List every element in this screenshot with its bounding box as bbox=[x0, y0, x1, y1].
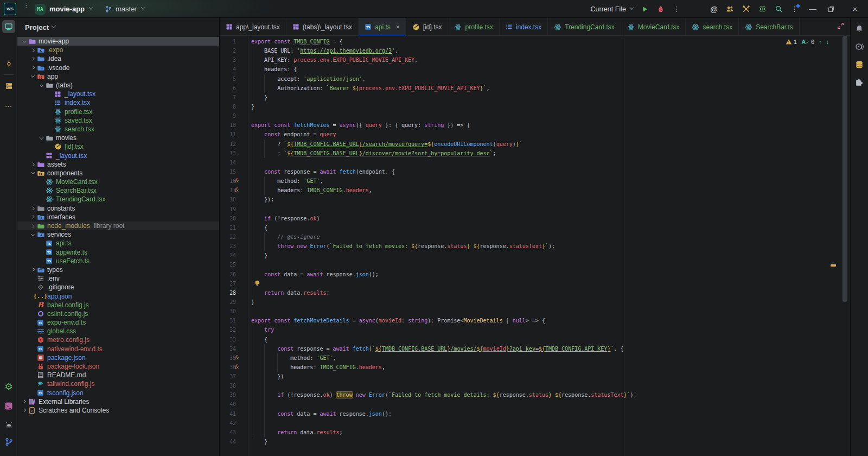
tree-closed-arrow-icon[interactable] bbox=[29, 216, 36, 218]
code-line-13[interactable]: : `${TMDB_CONFIG.BASE_URL}/discover/movi… bbox=[251, 149, 637, 158]
line-number[interactable]: 43 bbox=[220, 428, 236, 437]
tools-icon[interactable] bbox=[742, 5, 750, 13]
tree-item-app-json[interactable]: {..}app.json bbox=[17, 292, 220, 300]
line-number[interactable]: 10 bbox=[220, 121, 236, 130]
tree-item-assets[interactable]: assets bbox=[17, 160, 220, 169]
line-number[interactable]: 39 bbox=[220, 390, 236, 400]
structure-tool-icon[interactable] bbox=[2, 79, 15, 92]
tree-item-package-json[interactable]: package.json bbox=[17, 353, 220, 362]
tab-index-tsx[interactable]: index.tsx bbox=[500, 18, 548, 36]
line-number[interactable]: 19 bbox=[220, 205, 236, 214]
tree-item-services[interactable]: services bbox=[17, 230, 220, 239]
gutter-fx-icon[interactable]: fx bbox=[234, 186, 243, 195]
line-number[interactable]: 36 bbox=[220, 363, 236, 372]
tab--id-tsx[interactable]: [id].tsx bbox=[406, 18, 449, 36]
science-atom-icon[interactable] bbox=[758, 5, 767, 13]
tree-item-node-modules[interactable]: node_moduleslibrary root bbox=[17, 221, 220, 230]
tree-item-readme-md[interactable]: README.md bbox=[17, 371, 220, 379]
tree-item-searchbar-tsx[interactable]: SearchBar.tsx bbox=[17, 186, 220, 195]
project-tool-icon[interactable] bbox=[2, 20, 15, 33]
line-number[interactable]: 33 bbox=[220, 335, 236, 344]
tree-item-appwrite-ts[interactable]: TSappwrite.ts bbox=[17, 248, 220, 257]
line-number[interactable]: 25 bbox=[220, 260, 236, 269]
debug-button[interactable] bbox=[657, 5, 665, 13]
code-line-10[interactable]: export const fetchMovies = async({ query… bbox=[251, 121, 637, 130]
tree-item--vscode[interactable]: .vscode bbox=[17, 64, 220, 72]
tree-closed-arrow-icon[interactable] bbox=[29, 268, 36, 271]
tree-item-eslint-config-js[interactable]: eslint.config.js bbox=[17, 309, 220, 318]
tree-open-arrow-icon[interactable] bbox=[38, 85, 45, 86]
alerts-tool-icon[interactable] bbox=[2, 418, 15, 431]
line-number[interactable]: 42 bbox=[220, 419, 236, 428]
tree-closed-arrow-icon[interactable] bbox=[29, 207, 36, 210]
code-line-44[interactable]: } bbox=[251, 437, 637, 446]
tree-closed-arrow-icon[interactable] bbox=[29, 225, 36, 227]
search-everywhere-icon[interactable] bbox=[775, 5, 783, 13]
code-with-me-icon[interactable] bbox=[726, 5, 734, 13]
editor-scrollbar[interactable] bbox=[843, 36, 847, 302]
line-number[interactable]: 6 bbox=[220, 84, 236, 93]
code-line-35[interactable]: method: 'GET', bbox=[251, 353, 637, 363]
tree-item-tsconfig-json[interactable]: TStsconfig.json bbox=[17, 389, 220, 397]
line-number[interactable]: 31 bbox=[220, 316, 236, 325]
line-number[interactable]: 1 bbox=[220, 37, 236, 46]
line-number[interactable]: 41 bbox=[220, 409, 236, 419]
tree-item-nativewind-env-d-ts[interactable]: TSnativewind-env.d.ts bbox=[17, 345, 220, 353]
tree-item-interfaces[interactable]: TSinterfaces bbox=[17, 213, 220, 221]
ai-assistant-icon[interactable]: @ bbox=[710, 5, 718, 14]
code-line-4[interactable]: headers: { bbox=[251, 65, 637, 74]
code-line-11[interactable]: const endpoint = query bbox=[251, 130, 637, 139]
code-line-1[interactable]: export const TMDB_CONFIG = { bbox=[251, 37, 637, 46]
tree-item-moviecard-tsx[interactable]: MovieCard.tsx bbox=[17, 178, 220, 186]
code-line-28[interactable]: return data.results; bbox=[251, 288, 637, 297]
scrollbar-warning-mark[interactable] bbox=[831, 264, 836, 267]
line-number[interactable]: 15 bbox=[220, 167, 236, 176]
line-number[interactable]: 3 bbox=[220, 55, 236, 65]
line-number[interactable]: 28 bbox=[220, 288, 236, 297]
tree-item-types[interactable]: TStypes bbox=[17, 265, 220, 274]
vcs-branch-widget[interactable]: master bbox=[105, 2, 144, 16]
tree-item-trendingcard-tsx[interactable]: TrendingCard.tsx bbox=[17, 195, 220, 204]
line-number[interactable]: 7 bbox=[220, 93, 236, 102]
database-tool-icon[interactable] bbox=[853, 58, 866, 71]
prev-problem-arrow-icon[interactable]: ↑ bbox=[819, 39, 822, 45]
line-number[interactable]: 26 bbox=[220, 270, 236, 279]
inspections-widget[interactable]: 1 A✓6 ↑ ↓ bbox=[786, 39, 829, 45]
tab-search-tsx[interactable]: search.tsx bbox=[686, 18, 739, 36]
tree-item--id-tsx[interactable]: [id].tsx bbox=[17, 142, 220, 151]
run-button[interactable] bbox=[641, 5, 649, 13]
line-number[interactable]: 44 bbox=[220, 437, 236, 446]
close-button[interactable]: × bbox=[848, 4, 861, 14]
code-line-17[interactable]: headers: TMDB_CONFIG.headers, bbox=[251, 186, 637, 195]
main-menu-icon[interactable]: ⋮ bbox=[23, 4, 29, 7]
line-number[interactable]: 2 bbox=[220, 46, 236, 55]
line-number[interactable]: 14 bbox=[220, 158, 236, 167]
tree-item-external-libraries[interactable]: External Libraries bbox=[17, 397, 220, 406]
gutter-fx-icon[interactable]: fx bbox=[234, 353, 243, 363]
tree-closed-arrow-icon[interactable] bbox=[21, 400, 28, 403]
line-number[interactable]: 24 bbox=[220, 251, 236, 260]
code-line-38[interactable] bbox=[251, 381, 637, 390]
code-line-43[interactable]: return data.results; bbox=[251, 428, 637, 437]
code-line-8[interactable]: } bbox=[251, 102, 637, 111]
tree-item-constants[interactable]: constants bbox=[17, 204, 220, 213]
line-number[interactable]: 16 bbox=[220, 176, 236, 186]
code-line-7[interactable]: } bbox=[251, 93, 637, 102]
tab-moviecard-tsx[interactable]: MovieCard.tsx bbox=[621, 18, 686, 36]
code-line-32[interactable]: try bbox=[251, 325, 637, 334]
code-line-18[interactable]: }); bbox=[251, 195, 637, 204]
code-line-15[interactable]: const response = await fetch(endpoint, { bbox=[251, 167, 637, 176]
tree-item-global-css[interactable]: global.css bbox=[17, 327, 220, 335]
tree-item-api-ts[interactable]: TSapi.ts bbox=[17, 239, 220, 248]
minimize-button[interactable]: — bbox=[806, 5, 819, 13]
tree-item-metro-config-js[interactable]: metro.config.js bbox=[17, 335, 220, 344]
gutter-fx-icon[interactable]: fx bbox=[234, 176, 243, 186]
tab-app-layout-tsx[interactable]: app\_layout.tsx bbox=[220, 18, 286, 36]
tree-closed-arrow-icon[interactable] bbox=[29, 58, 36, 60]
line-number[interactable]: 40 bbox=[220, 400, 236, 409]
project-widget[interactable]: MA movie-app bbox=[35, 2, 93, 16]
tree-item-package-lock-json[interactable]: package-lock.json bbox=[17, 362, 220, 371]
tab-profile-tsx[interactable]: profile.tsx bbox=[448, 18, 499, 36]
git-branch-tool-icon[interactable] bbox=[2, 435, 15, 448]
tree-item--tabs-[interactable]: (tabs) bbox=[17, 81, 220, 90]
